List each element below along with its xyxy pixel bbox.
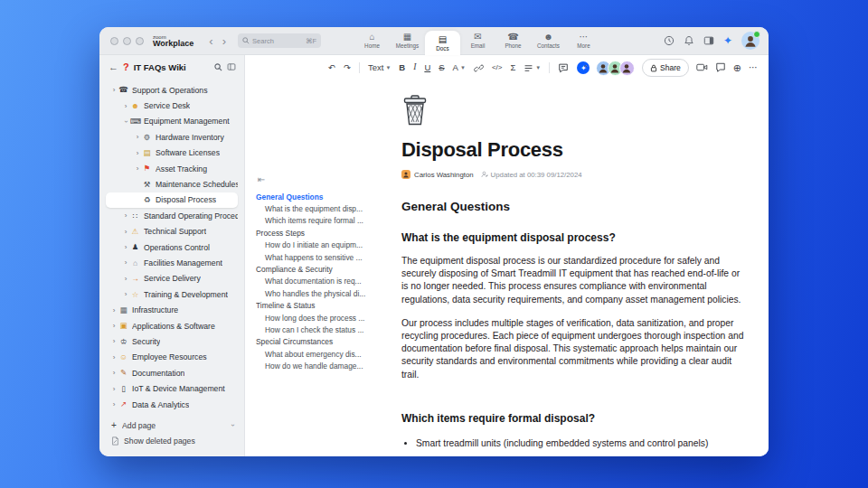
titlebar-actions: ✦ (664, 27, 760, 54)
show-deleted-pages-button[interactable]: Show deleted pages (106, 434, 238, 449)
sidebar-item-support-operations[interactable]: ›☎Support & Operations (106, 82, 238, 98)
text-style-dropdown[interactable]: Text▼ (368, 63, 391, 72)
nav-tab-phone[interactable]: ☎Phone (495, 27, 531, 54)
sidebar-search-icon[interactable] (214, 59, 222, 75)
chevron-right-icon[interactable]: › (121, 243, 130, 251)
chevron-down-icon[interactable]: › (122, 117, 130, 126)
technical-support-icon: ⚠ (130, 228, 140, 236)
chat-icon[interactable] (715, 62, 726, 74)
support-operations-icon: ☎ (118, 86, 128, 94)
sidebar-item-maintenance-schedules[interactable]: ⚒Maintenance Schedules (106, 176, 238, 192)
chevron-right-icon[interactable]: › (109, 400, 118, 408)
docs-icon: ▤ (439, 35, 447, 44)
chevron-right-icon[interactable]: › (121, 228, 130, 236)
history-icon[interactable] (664, 35, 675, 46)
strikethrough-button[interactable]: S (439, 63, 444, 72)
share-button[interactable]: Share (642, 59, 689, 77)
author-name[interactable]: Carlos Washington (414, 171, 474, 179)
sidebar-item-hardware-inventory[interactable]: ›⚙Hardware Inventory (106, 129, 238, 145)
doc-bullet-list: Smart treadmill units (including embedde… (401, 438, 745, 456)
sidebar-item-label: Employee Resources (132, 352, 207, 361)
more-actions-icon[interactable]: ⋯ (749, 63, 758, 72)
nav-tab-docs[interactable]: ▤Docs (425, 31, 460, 55)
notifications-bell-icon[interactable] (684, 35, 694, 46)
sidebar-item-service-desk[interactable]: ›☻Service Desk (106, 98, 238, 113)
chevron-right-icon[interactable]: › (133, 133, 142, 141)
sidebar-collapse-icon[interactable] (227, 59, 236, 75)
nav-tab-meetings[interactable]: ▦Meetings (390, 27, 425, 54)
sidebar-item-label: Support & Operations (132, 86, 208, 95)
sidebar-item-service-delivery[interactable]: ›→Service Delivery (106, 271, 238, 286)
back-button[interactable]: ‹ (204, 35, 217, 47)
doc-scroll-area[interactable]: Disposal Process Carlos Washington Updat… (245, 80, 769, 456)
formula-button[interactable]: Σ (510, 63, 515, 72)
nav-tab-email[interactable]: ✉Email (460, 27, 495, 54)
sidebar-item-facilities-management[interactable]: ›⌂Facilities Management (106, 255, 238, 270)
add-page-button[interactable]: + Add page › (106, 418, 238, 433)
bold-button[interactable]: B (399, 63, 405, 72)
zoom-window-button[interactable] (136, 37, 144, 45)
chevron-right-icon[interactable]: › (109, 337, 118, 345)
close-window-button[interactable] (110, 37, 118, 45)
comment-icon[interactable] (558, 62, 569, 73)
desktop-background: zoom Workplace ‹ › Search ⌘F ⌂Home▦Meeti… (0, 0, 868, 488)
sidebar-item-software-licenses[interactable]: ›▤Software Licenses (106, 145, 238, 161)
chevron-right-icon[interactable]: › (109, 306, 118, 314)
chevron-right-icon[interactable]: › (109, 322, 118, 330)
sidebar-item-label: IoT & Device Management (132, 384, 225, 393)
sidebar-item-disposal-process[interactable]: ♻Disposal Process (106, 192, 238, 208)
user-avatar[interactable] (741, 32, 760, 50)
chevron-right-icon[interactable]: › (121, 258, 130, 267)
code-button[interactable]: </> (492, 64, 503, 71)
sidebar-back-icon[interactable]: ← (108, 61, 118, 72)
redo-icon[interactable]: ↷ (344, 63, 351, 72)
ai-companion-icon[interactable]: ✦ (723, 35, 732, 46)
collapse-toolbar-icon[interactable]: ⌃ (582, 64, 589, 72)
window-controls (110, 37, 144, 45)
wiki-page-tree: ›☎Support & Operations›☻Service Desk›⌨Eq… (99, 79, 244, 418)
nav-tab-more[interactable]: ⋯More (566, 27, 601, 54)
sidebar-item-iot-device-management[interactable]: ›▯IoT & Device Management (106, 380, 238, 396)
forward-button[interactable]: › (218, 35, 231, 47)
sidebar-item-security[interactable]: ›♔Security (106, 333, 238, 349)
sidebar-item-label: Standard Operating Procedures (144, 211, 238, 221)
global-search-input[interactable]: Search ⌘F (238, 33, 321, 48)
chevron-right-icon[interactable]: › (109, 369, 118, 377)
chevron-right-icon[interactable]: › (109, 353, 118, 361)
chevron-right-icon[interactable]: › (121, 211, 130, 220)
sidebar-item-training-development[interactable]: ›☆Training & Development (106, 286, 238, 302)
sidebar-item-label: Disposal Process (156, 195, 216, 204)
nav-tab-contacts[interactable]: ☻Contacts (531, 27, 566, 54)
sidebar-item-operations-control[interactable]: ›♟Operations Control (106, 239, 238, 255)
list-format-dropdown[interactable]: ▼ (524, 63, 541, 73)
video-call-icon[interactable] (696, 62, 708, 74)
sidebar-item-technical-support[interactable]: ›⚠Technical Support (106, 224, 238, 239)
text-color-dropdown[interactable]: A▼ (453, 63, 466, 72)
chevron-right-icon[interactable]: › (121, 290, 130, 298)
sidebar-item-standard-operating-procedures[interactable]: ›∷Standard Operating Procedures (106, 208, 238, 223)
sidebar-item-asset-tracking[interactable]: ›⚑Asset Tracking (106, 161, 238, 176)
chevron-right-icon[interactable]: › (109, 86, 118, 94)
sidebar-item-employee-resources[interactable]: ›☺Employee Resources (106, 350, 238, 365)
sidebar-item-data-analytics[interactable]: ›↗Data & Analytics (106, 397, 238, 412)
minimize-window-button[interactable] (123, 37, 131, 45)
chevron-right-icon[interactable]: › (121, 275, 130, 283)
sidebar-item-label: Training & Development (144, 290, 228, 299)
undo-icon[interactable]: ↶ (328, 63, 335, 72)
add-page-chevron-icon[interactable]: › (229, 425, 237, 427)
sidebar-item-infrastructure[interactable]: ›▦Infrastructure (106, 302, 238, 317)
sidebar-item-documentation[interactable]: ›✎Documentation (106, 365, 238, 380)
sidebar-item-applications-software[interactable]: ›▣Applications & Software (106, 318, 238, 333)
sidebar-item-equipment-management[interactable]: ›⌨Equipment Management (106, 114, 238, 129)
underline-button[interactable]: U (424, 63, 430, 72)
link-icon[interactable] (474, 63, 484, 73)
nav-tab-home[interactable]: ⌂Home (354, 27, 390, 54)
italic-button[interactable]: I (413, 63, 416, 72)
panel-toggle-icon[interactable] (703, 35, 714, 46)
chevron-right-icon[interactable]: › (121, 102, 130, 110)
chevron-right-icon[interactable]: › (133, 149, 142, 157)
collaborator-avatar[interactable] (619, 61, 635, 76)
web-icon[interactable]: ⊕ (733, 63, 741, 73)
chevron-right-icon[interactable]: › (133, 164, 142, 173)
chevron-right-icon[interactable]: › (109, 385, 118, 393)
